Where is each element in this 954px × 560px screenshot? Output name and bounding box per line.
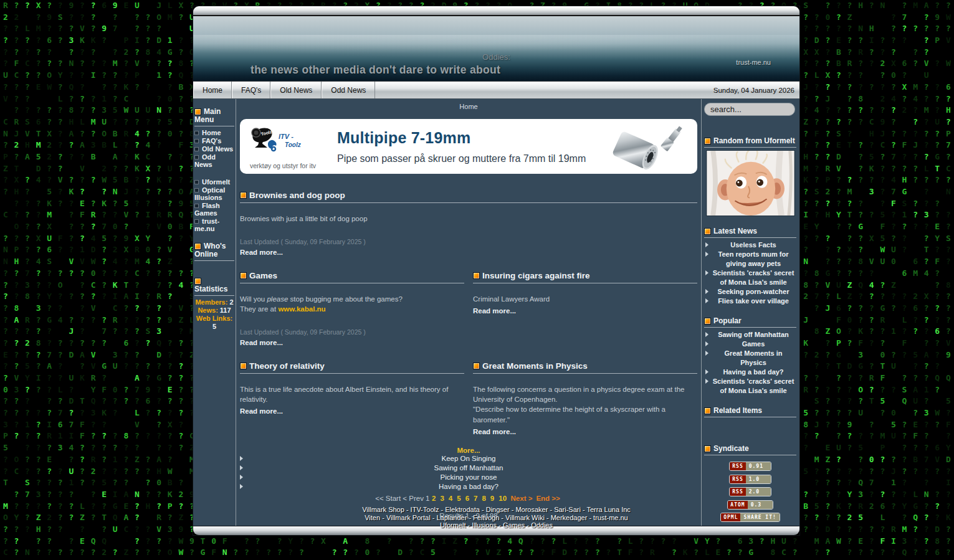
module-bullet-icon <box>704 228 711 235</box>
square-bullet-icon <box>194 180 199 184</box>
main-content: Home Toolz ITV - Toolz v <box>236 99 701 526</box>
more-list-item[interactable]: Picking your nose <box>239 473 699 482</box>
pagination-end[interactable]: End >> <box>536 495 560 502</box>
page-number-link[interactable]: 3 <box>440 495 444 502</box>
footer-link[interactable]: Villmark Portal <box>380 514 431 521</box>
arrow-icon <box>705 252 708 257</box>
footer-link[interactable]: Dingser <box>480 506 510 513</box>
read-more-link[interactable]: Read more... <box>473 307 697 315</box>
footer-link[interactable]: Terra Luna Inc <box>581 506 631 513</box>
random-baby-image[interactable] <box>706 150 795 216</box>
more-list-item[interactable]: Having a bad day? <box>239 482 699 491</box>
popular-item[interactable]: Games <box>704 339 796 349</box>
tab-home[interactable]: Home <box>193 82 232 98</box>
latest-news-item[interactable]: Seeking porn-watcher <box>704 287 796 297</box>
more-list-item[interactable]: Sawing off Manhattan <box>239 463 699 473</box>
ad-subtitle: Pipe som passer på skruer og muttere fra… <box>337 153 604 164</box>
sidebar-menu-item[interactable]: Odd News <box>194 153 234 168</box>
tab-faqs[interactable]: FAQ's <box>232 82 270 98</box>
article-heading[interactable]: Theory of relativity <box>240 361 464 374</box>
site-domain: trust-me.nu <box>736 59 771 66</box>
latest-news-item[interactable]: Flies take over village <box>704 297 796 306</box>
latest-news-item[interactable]: Teen reports mum for giving away pets <box>704 250 796 268</box>
article-heading[interactable]: Insuring cigars against fire <box>473 271 697 283</box>
square-bullet-icon <box>194 147 199 151</box>
footer-link[interactable]: Morosaker <box>510 506 548 513</box>
sidebar-menu-item[interactable]: Old News <box>194 145 234 153</box>
page-number-link[interactable]: 7 <box>474 495 477 502</box>
sidebar-menu-item[interactable]: Uformelt <box>194 178 234 186</box>
footer-link[interactable]: Laplander <box>431 514 467 521</box>
sidebar-menu-item[interactable]: trust-me.nu <box>194 217 234 232</box>
page-number-link[interactable]: 2 <box>432 495 436 502</box>
kabal-link[interactable]: www.kabal.nu <box>278 305 325 313</box>
page-number-link[interactable]: 8 <box>482 495 485 502</box>
article-heading[interactable]: Games <box>240 271 464 283</box>
footer-link[interactable]: Games <box>497 521 525 529</box>
whos-online-heading: Who's Online <box>194 242 234 261</box>
sidebar-menu-item[interactable]: Home <box>194 129 234 136</box>
footer-link[interactable]: trust-me.nu <box>587 514 627 521</box>
page-number-link[interactable]: 9 <box>490 495 494 502</box>
footer-link[interactable]: Illusions <box>466 521 497 529</box>
footer-link[interactable]: Villmark Shop <box>362 506 404 513</box>
breadcrumb[interactable]: Home <box>239 103 699 110</box>
footer-link[interactable]: Villmark Wiki <box>499 514 545 521</box>
feed-badge[interactable]: RSS1.0 <box>729 475 771 484</box>
article-body: This is a true life anecdote about Alber… <box>240 384 464 404</box>
footer-link[interactable]: Sari-Sari <box>548 506 581 513</box>
popular-item[interactable]: Sawing off Manhattan <box>704 330 796 339</box>
read-more-link[interactable]: Read more... <box>240 407 464 415</box>
module-bullet-icon <box>473 272 480 279</box>
related-items-empty <box>704 420 796 434</box>
latest-news-item[interactable]: Scientists 'cracks' secret of Mona Lisa'… <box>704 268 796 287</box>
popular-item[interactable]: Scientists 'cracks' secret of Mona Lisa'… <box>704 377 796 396</box>
module-bullet-icon <box>704 138 711 145</box>
main-menu-heading: Main Menu <box>194 108 234 126</box>
more-link[interactable]: More... <box>239 447 699 454</box>
module-bullet-icon <box>704 318 711 325</box>
footer-link[interactable]: Viten <box>365 514 380 521</box>
search-input[interactable] <box>704 103 795 116</box>
article-cigars: Insuring cigars against fire Criminal La… <box>473 271 697 346</box>
module-bullet-icon <box>240 272 247 279</box>
more-list-item[interactable]: Keep On Singing <box>239 454 699 463</box>
read-more-link[interactable]: Read more... <box>240 249 697 256</box>
feed-badge[interactable]: RSS2.0 <box>729 487 771 496</box>
article-body: The following concerns a question in a p… <box>473 384 697 424</box>
statistics-heading: Statistics <box>194 277 234 296</box>
popular-item[interactable]: Great Moments in Physics <box>704 349 796 368</box>
advertiser-slogan: verktøy og utstyr for itv <box>240 162 326 169</box>
feed-format-label: RSS <box>730 462 745 470</box>
popular-item[interactable]: Having a bad day? <box>704 368 796 377</box>
sidebar-menu-item[interactable]: FAQ's <box>194 137 234 145</box>
sidebar-menu-item[interactable]: Flash Games <box>194 202 234 217</box>
page-number-link[interactable]: 4 <box>449 495 452 502</box>
feed-badge[interactable]: RSS0.91 <box>729 462 771 471</box>
read-more-link[interactable]: Read more... <box>240 339 464 346</box>
footer-link[interactable]: Feltvogn <box>467 514 499 521</box>
page-number-link[interactable]: 10 <box>498 495 507 502</box>
module-bullet-icon <box>194 278 201 285</box>
article-heading[interactable]: Brownies and dog poop <box>240 191 697 203</box>
read-more-link[interactable]: Read more... <box>473 428 697 435</box>
tab-old-news[interactable]: Old News <box>270 82 322 98</box>
latest-news-item[interactable]: Useless Facts <box>704 240 796 250</box>
ad-banner[interactable]: Toolz ITV - Toolz verktøy og utstyr for … <box>240 119 697 174</box>
pagination-next[interactable]: Next > <box>511 495 533 502</box>
page-number-link[interactable]: 6 <box>465 495 469 502</box>
module-bullet-icon <box>194 243 201 250</box>
article-updated: Last Updated ( Sunday, 09 February 2025 … <box>240 328 464 336</box>
article-body: Criminal Lawyers Award <box>473 294 697 304</box>
footer-link[interactable]: Uformelt <box>440 521 466 529</box>
pagination-pages: 2345678910 <box>430 495 509 502</box>
footer-link[interactable]: Merkedager <box>545 514 587 521</box>
footer-link[interactable]: Elektrodata <box>439 506 479 513</box>
arrow-icon <box>705 369 708 374</box>
tab-odd-news[interactable]: Odd News <box>322 82 375 98</box>
footer-link[interactable]: Oddies <box>525 521 553 529</box>
article-heading[interactable]: Great Moments in Physics <box>473 361 697 374</box>
page-number-link[interactable]: 5 <box>457 495 460 502</box>
footer-link[interactable]: ITV-Toolz <box>404 506 439 513</box>
sidebar-menu-item[interactable]: Optical Illusions <box>194 186 234 201</box>
